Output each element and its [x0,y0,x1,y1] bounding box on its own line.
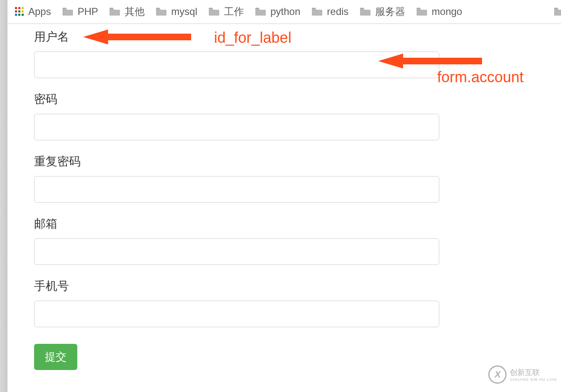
folder-icon [311,7,323,16]
form-group-repeat-password: 重复密码 [34,154,561,203]
apps-grid-icon [15,7,24,16]
bookmark-label: 工作 [224,5,244,18]
submit-button[interactable]: 提交 [34,344,77,370]
folder-icon [416,7,428,16]
bookmark-label: mongo [432,6,462,17]
bookmark-folder-mysql[interactable]: mysql [155,6,197,17]
bookmark-folder-server[interactable]: 服务器 [359,5,405,18]
bookmark-folder-php[interactable]: PHP [62,6,98,17]
bookmark-folder-overflow[interactable] [554,7,561,16]
left-window-edge [0,0,7,392]
folder-icon [554,7,561,16]
bookmark-label: PHP [78,6,98,17]
watermark-main: 创新互联 [510,368,557,377]
label-username: 用户名 [34,29,561,45]
label-password: 密码 [34,91,561,107]
folder-icon [62,7,74,16]
apps-label: Apps [28,6,51,17]
bookmark-folder-python[interactable]: python [255,6,300,17]
input-username[interactable] [34,51,439,78]
bookmark-label: 服务器 [375,5,405,18]
folder-icon [208,7,220,16]
watermark-sub: CHUANG XIN HU LIAN [510,377,557,382]
folder-icon [109,7,121,16]
input-password[interactable] [34,114,439,140]
watermark-text: 创新互联 CHUANG XIN HU LIAN [510,368,557,382]
label-repeat-password: 重复密码 [34,154,561,169]
bookmark-folder-redis[interactable]: redis [311,6,349,17]
form-group-password: 密码 [34,91,561,140]
form-container: 用户名 密码 重复密码 邮箱 手机号 提交 [34,29,561,370]
input-email[interactable] [34,238,439,265]
apps-shortcut[interactable]: Apps [15,6,51,17]
form-group-username: 用户名 [34,29,561,78]
watermark-logo-icon: X [488,365,507,384]
label-email: 邮箱 [34,216,561,232]
bookmarks-bar: Apps PHP 其他 mysql 工作 python redi [7,0,561,24]
form-group-email: 邮箱 [34,216,561,265]
folder-icon [155,7,167,16]
watermark: X 创新互联 CHUANG XIN HU LIAN [488,365,557,384]
form-group-phone: 手机号 [34,278,561,327]
bookmark-label: python [271,6,300,17]
label-phone: 手机号 [34,278,561,294]
input-phone[interactable] [34,301,439,327]
bookmark-folder-other[interactable]: 其他 [109,5,145,18]
bookmark-label: redis [327,6,349,17]
input-repeat-password[interactable] [34,176,439,203]
bookmark-folder-work[interactable]: 工作 [208,5,244,18]
folder-icon [359,7,371,16]
bookmark-label: mysql [171,6,197,17]
bookmark-folder-mongo[interactable]: mongo [416,6,462,17]
bookmark-label: 其他 [125,5,145,18]
folder-icon [255,7,266,16]
